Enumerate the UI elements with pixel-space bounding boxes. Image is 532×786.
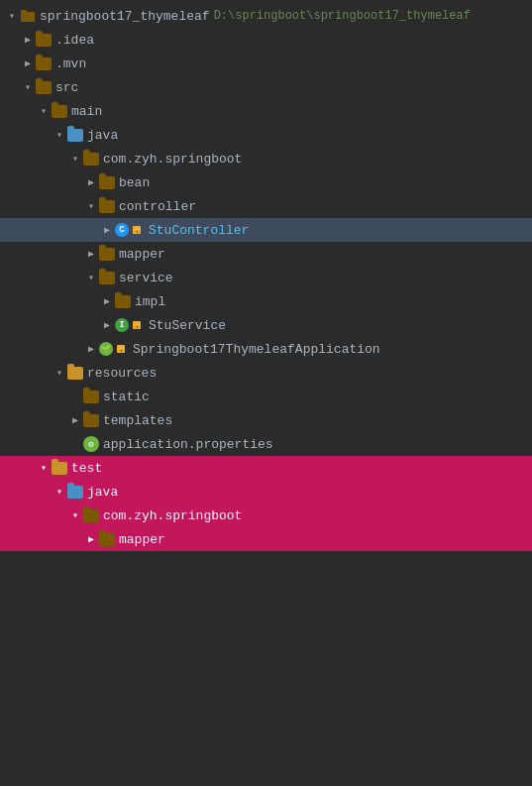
label-main: main <box>71 104 102 119</box>
root-path: D:\springboot\springboot17_thymeleaf <box>214 9 471 23</box>
tree-item-appprops[interactable]: application.properties <box>0 432 532 456</box>
label-java: java <box>87 128 118 143</box>
tree-item-service[interactable]: ▾ service <box>0 266 532 289</box>
tree-item-springapp[interactable]: ▶ 🌱 🔒 Springboot17ThymeleafApplication <box>0 337 532 361</box>
label-controller: controller <box>119 199 196 214</box>
label-static: static <box>103 390 150 404</box>
tree-item-stuservice[interactable]: ▶ I 🔒 StuService <box>0 313 532 337</box>
lock-icon: 🔒 <box>133 226 141 234</box>
label-src: src <box>55 80 78 95</box>
arrow-mvn[interactable]: ▶ <box>20 56 36 71</box>
tree-item-bean[interactable]: ▶ bean <box>0 170 532 194</box>
tree-item-test[interactable]: ▾ test <box>0 456 532 480</box>
arrow-templates[interactable]: ▶ <box>67 412 83 428</box>
class-icon: C <box>115 223 129 237</box>
tree-item-resources[interactable]: ▾ resources <box>0 361 532 385</box>
arrow-mapper-test[interactable]: ▶ <box>83 531 99 547</box>
arrow-controller[interactable]: ▾ <box>83 198 99 214</box>
arrow-package[interactable]: ▾ <box>67 151 83 167</box>
label-impl: impl <box>135 294 165 309</box>
folder-icon-mvn <box>36 57 52 70</box>
arrow-main[interactable]: ▾ <box>36 103 52 119</box>
arrow-java[interactable]: ▾ <box>52 127 67 143</box>
arrow-root[interactable]: ▾ <box>4 8 20 24</box>
label-mapper: mapper <box>119 247 165 262</box>
interface-icon: I <box>115 318 129 332</box>
spring-icon: 🌱 <box>99 342 113 356</box>
tree-item-package[interactable]: ▾ com.zyh.springboot <box>0 147 532 170</box>
folder-icon-package <box>83 153 99 166</box>
folder-icon-resources <box>67 367 83 380</box>
tree-item-mapper[interactable]: ▶ mapper <box>0 242 532 266</box>
tree-item-java[interactable]: ▾ java <box>0 123 532 147</box>
stucontroller-icons: C 🔒 <box>115 223 145 237</box>
props-icon <box>83 436 99 452</box>
arrow-src[interactable]: ▾ <box>20 79 36 95</box>
arrow-springapp[interactable]: ▶ <box>83 341 99 357</box>
folder-icon-static <box>83 391 99 403</box>
folder-icon-test <box>52 462 67 475</box>
tree-item-main[interactable]: ▾ main <box>0 99 532 123</box>
label-templates: templates <box>103 413 172 428</box>
arrow-bean[interactable]: ▶ <box>83 174 99 190</box>
tree-item-mapper-test[interactable]: ▶ mapper <box>0 527 532 551</box>
svg-rect-1 <box>21 10 27 13</box>
folder-icon-src <box>36 81 52 94</box>
arrow-resources[interactable]: ▾ <box>52 365 67 381</box>
arrow-mapper[interactable]: ▶ <box>83 246 99 262</box>
arrow-service[interactable]: ▾ <box>83 270 99 285</box>
stuservice-icons: I 🔒 <box>115 318 145 332</box>
tree-item-root[interactable]: ▾ springboot17_thymeleaf D:\springboot\s… <box>0 4 532 28</box>
arrow-test[interactable]: ▾ <box>36 460 52 476</box>
label-package: com.zyh.springboot <box>103 152 242 167</box>
arrow-impl[interactable]: ▶ <box>99 293 115 309</box>
folder-icon-main <box>52 105 67 118</box>
label-mvn: .mvn <box>55 56 86 71</box>
tree-item-src[interactable]: ▾ src <box>0 75 532 99</box>
folder-icon-mapper-test <box>99 533 115 546</box>
tree-item-impl[interactable]: ▶ impl <box>0 289 532 313</box>
lock-icon-app: 🔒 <box>117 345 125 353</box>
svg-rect-0 <box>21 12 35 22</box>
tree-item-package-test[interactable]: ▾ com.zyh.springboot <box>0 504 532 527</box>
tree-item-mvn[interactable]: ▶ .mvn <box>0 52 532 75</box>
tree-item-stucontroller[interactable]: ▶ C 🔒 StuController <box>0 218 532 242</box>
arrow-java-test[interactable]: ▾ <box>52 484 67 500</box>
label-java-test: java <box>87 485 118 500</box>
folder-icon-impl <box>115 295 131 308</box>
lock-icon-service: 🔒 <box>133 321 141 329</box>
folder-icon-service <box>99 272 115 284</box>
tree-item-java-test[interactable]: ▾ java <box>0 480 532 504</box>
folder-icon-controller <box>99 200 115 213</box>
folder-icon-java <box>67 129 83 142</box>
label-stuservice: StuService <box>149 318 226 333</box>
label-stucontroller: StuController <box>149 223 249 238</box>
label-bean: bean <box>119 175 150 190</box>
tree-item-static[interactable]: static <box>0 385 532 408</box>
arrow-idea[interactable]: ▶ <box>20 32 36 48</box>
label-package-test: com.zyh.springboot <box>103 508 242 523</box>
arrow-stucontroller[interactable]: ▶ <box>99 222 115 238</box>
label-appprops: application.properties <box>103 437 273 452</box>
label-resources: resources <box>87 366 157 381</box>
folder-icon-bean <box>99 176 115 189</box>
root-label: springboot17_thymeleaf <box>40 9 210 24</box>
folder-icon-templates <box>83 414 99 427</box>
tree-item-idea[interactable]: ▶ .idea <box>0 28 532 52</box>
folder-icon-idea <box>36 34 52 47</box>
folder-icon-java-test <box>67 486 83 499</box>
label-test: test <box>71 461 102 476</box>
arrow-package-test[interactable]: ▾ <box>67 507 83 523</box>
tree-item-templates[interactable]: ▶ templates <box>0 408 532 432</box>
label-springapp: Springboot17ThymeleafApplication <box>133 342 380 357</box>
folder-icon-package-test <box>83 509 99 522</box>
springapp-icons: 🌱 🔒 <box>99 342 129 356</box>
tree-item-controller[interactable]: ▾ controller <box>0 194 532 218</box>
project-icon <box>20 8 36 24</box>
label-mapper-test: mapper <box>119 532 165 547</box>
folder-icon-mapper <box>99 248 115 261</box>
file-tree: ▾ springboot17_thymeleaf D:\springboot\s… <box>0 0 532 555</box>
label-service: service <box>119 271 173 285</box>
arrow-stuservice[interactable]: ▶ <box>99 317 115 333</box>
label-idea: .idea <box>55 33 94 48</box>
